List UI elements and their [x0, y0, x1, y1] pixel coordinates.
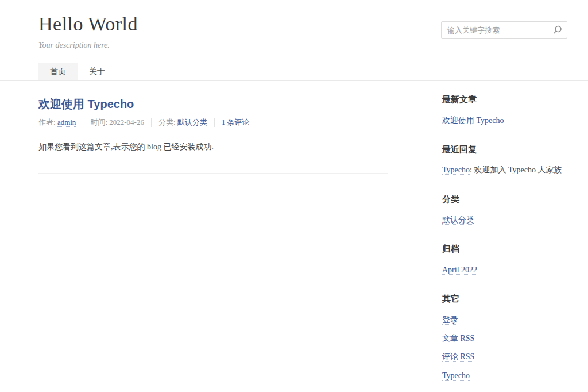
search-icon[interactable] [552, 25, 563, 35]
content-area: 欢迎使用 Typecho 作者: admin 时间: 2022-04-26 分类… [0, 81, 588, 392]
widget-title: 其它 [442, 293, 568, 305]
posts-rss-link[interactable]: 文章 RSS [442, 334, 474, 343]
list-item: 欢迎使用 Typecho [442, 115, 568, 126]
comments-rss-link[interactable]: 评论 RSS [442, 352, 474, 362]
blog-page: Hello World Your description here. 首页 关于… [0, 0, 588, 392]
list-item: 默认分类 [442, 214, 568, 226]
list-item: 文章 RSS [442, 333, 568, 344]
author-link[interactable]: admin [57, 118, 76, 127]
widget-title: 最新文章 [442, 94, 568, 105]
post-title-link[interactable]: 欢迎使用 Typecho [38, 98, 134, 110]
meta-author-label: 作者: [38, 118, 56, 126]
widget-title: 分类 [442, 194, 568, 205]
meta-date-label: 时间: [90, 118, 107, 126]
typecho-link[interactable]: Typecho [442, 371, 470, 381]
widget-recent-posts: 最新文章 欢迎使用 Typecho [442, 94, 568, 126]
meta-date-value: 2022-04-26 [109, 118, 144, 126]
post-meta: 作者: admin 时间: 2022-04-26 分类: 默认分类 1 条评论 [38, 118, 388, 127]
list-item: Typecho [442, 370, 568, 382]
search-input[interactable] [441, 21, 567, 39]
category-link[interactable]: 默认分类 [177, 118, 207, 126]
widget-archives: 归档 April 2022 [442, 243, 568, 276]
post-title: 欢迎使用 Typecho [38, 97, 388, 111]
list-item: 评论 RSS [442, 351, 568, 363]
nav-tab-about[interactable]: 关于 [78, 63, 117, 80]
widget-misc: 其它 登录 文章 RSS 评论 RSS Typecho [442, 293, 568, 382]
comments-link[interactable]: 1 条评论 [222, 118, 250, 126]
meta-category-label: 分类: [158, 118, 176, 126]
list-item: Typecho: 欢迎加入 Typecho 大家族 [442, 164, 568, 176]
post-divider [38, 173, 388, 174]
meta-date: 时间: 2022-04-26 [83, 118, 151, 127]
site-description: Your description here. [38, 41, 567, 50]
widget-title: 归档 [442, 243, 568, 255]
search-box [441, 21, 567, 39]
sidebar: 最新文章 欢迎使用 Typecho 最近回复 Typecho: 欢迎加入 Typ… [442, 81, 568, 392]
meta-author: 作者: admin [38, 118, 83, 127]
meta-comments: 1 条评论 [214, 118, 257, 127]
meta-category: 分类: 默认分类 [151, 118, 214, 127]
comment-excerpt: : 欢迎加入 Typecho 大家族 [470, 166, 562, 174]
comment-author-link[interactable]: Typecho [442, 166, 470, 175]
post: 欢迎使用 Typecho 作者: admin 时间: 2022-04-26 分类… [38, 81, 388, 174]
recent-post-link[interactable]: 欢迎使用 Typecho [442, 116, 504, 125]
widget-recent-comments: 最近回复 Typecho: 欢迎加入 Typecho 大家族 [442, 144, 568, 176]
main-column: 欢迎使用 Typecho 作者: admin 时间: 2022-04-26 分类… [38, 81, 388, 392]
site-header: Hello World Your description here. [0, 0, 588, 50]
widget-title: 最近回复 [442, 144, 568, 155]
main-nav: 首页 关于 [38, 63, 588, 80]
list-item: April 2022 [442, 264, 568, 276]
archive-link[interactable]: April 2022 [442, 266, 477, 275]
login-link[interactable]: 登录 [442, 316, 458, 325]
category-list-link[interactable]: 默认分类 [442, 216, 474, 225]
post-body: 如果您看到这篇文章,表示您的 blog 已经安装成功. [38, 141, 388, 153]
widget-categories: 分类 默认分类 [442, 194, 568, 226]
list-item: 登录 [442, 314, 568, 326]
nav-tab-home[interactable]: 首页 [38, 63, 78, 80]
